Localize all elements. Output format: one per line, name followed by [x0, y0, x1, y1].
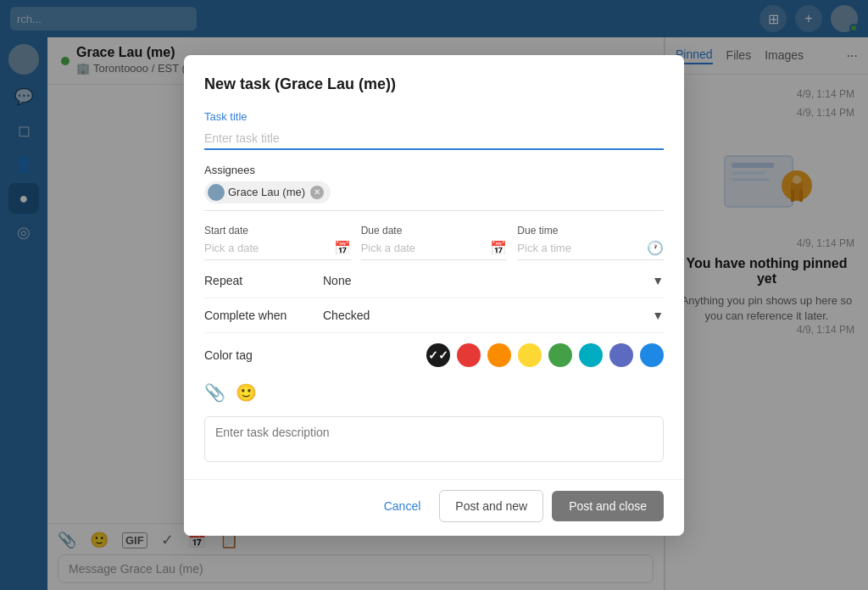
due-date-field: Due date Pick a date 📅: [361, 225, 508, 260]
date-row: Start date Pick a date 📅 Due date Pick a…: [204, 225, 664, 260]
color-dots: ✓: [426, 343, 664, 367]
due-date-input-wrap: Pick a date 📅: [361, 240, 508, 260]
assignee-name: Grace Lau (me): [228, 186, 305, 198]
due-time-label: Due time: [517, 225, 664, 237]
color-dot-orange[interactable]: [487, 343, 511, 367]
start-date-placeholder: Pick a date: [204, 242, 334, 254]
complete-when-label: Complete when: [204, 309, 323, 322]
color-dot-teal[interactable]: [579, 343, 603, 367]
remove-assignee-button[interactable]: ✕: [310, 186, 324, 199]
emoji-toolbar-icon[interactable]: 🙂: [236, 382, 257, 403]
complete-when-dropdown-arrow[interactable]: ▼: [652, 309, 664, 322]
assignees-group: Assignees Grace Lau (me) ✕: [204, 164, 664, 211]
due-date-calendar-icon[interactable]: 📅: [490, 240, 507, 256]
color-dot-red[interactable]: [457, 343, 481, 367]
repeat-row: Repeat None ▼: [204, 274, 664, 298]
modal-footer: Cancel Post and new Post and close: [184, 479, 684, 536]
complete-when-row: Complete when Checked ▼: [204, 309, 664, 333]
post-and-close-button[interactable]: Post and close: [552, 491, 664, 521]
complete-when-value: Checked: [323, 309, 652, 322]
color-dot-black[interactable]: ✓: [426, 343, 450, 367]
due-time-clock-icon[interactable]: 🕐: [647, 240, 664, 256]
new-task-modal: New task (Grace Lau (me)) Task title Ass…: [184, 55, 684, 536]
repeat-label: Repeat: [204, 274, 323, 287]
color-dot-blue-pattern[interactable]: [609, 343, 633, 367]
due-time-field: Due time Pick a time 🕐: [517, 225, 664, 260]
due-date-placeholder: Pick a date: [361, 242, 491, 254]
task-title-group: Task title: [204, 110, 664, 150]
description-toolbar: 📎 🙂: [204, 377, 664, 408]
due-date-label: Due date: [361, 225, 508, 237]
description-input[interactable]: [204, 416, 664, 462]
assignee-chip: Grace Lau (me) ✕: [204, 181, 331, 203]
color-dot-yellow[interactable]: [518, 343, 542, 367]
attachment-toolbar-icon[interactable]: 📎: [204, 382, 225, 403]
assignees-label: Assignees: [204, 164, 664, 176]
task-title-input[interactable]: [204, 128, 664, 150]
due-time-input-wrap: Pick a time 🕐: [517, 240, 664, 260]
repeat-value: None: [323, 274, 652, 287]
color-dot-blue[interactable]: [640, 343, 664, 367]
repeat-dropdown-arrow[interactable]: ▼: [652, 274, 664, 287]
start-date-label: Start date: [204, 225, 351, 237]
assignees-row: Grace Lau (me) ✕: [204, 181, 664, 211]
due-time-placeholder: Pick a time: [517, 242, 647, 254]
start-date-input-wrap: Pick a date 📅: [204, 240, 351, 260]
assignee-avatar: [208, 184, 225, 201]
post-and-new-button[interactable]: Post and new: [439, 490, 543, 522]
start-date-field: Start date Pick a date 📅: [204, 225, 351, 260]
modal-title: New task (Grace Lau (me)): [204, 75, 664, 93]
start-date-calendar-icon[interactable]: 📅: [334, 240, 351, 256]
cancel-button[interactable]: Cancel: [374, 493, 431, 520]
color-tag-label: Color tag: [204, 348, 323, 362]
modal-overlay: New task (Grace Lau (me)) Task title Ass…: [0, 0, 868, 590]
color-tag-row: Color tag ✓: [204, 343, 664, 367]
task-title-label: Task title: [204, 110, 664, 123]
color-dot-green[interactable]: [548, 343, 572, 367]
modal-body: New task (Grace Lau (me)) Task title Ass…: [184, 55, 684, 479]
